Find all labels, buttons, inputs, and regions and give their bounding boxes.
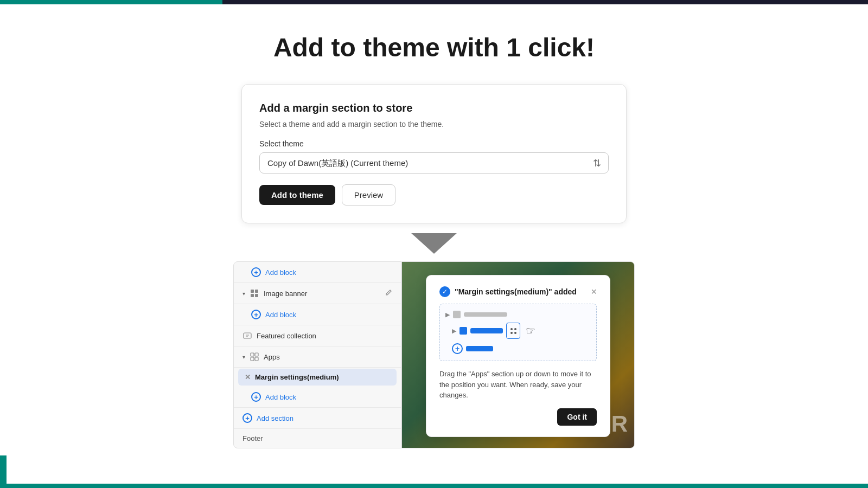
footer-item: Footer: [234, 429, 401, 448]
apps-item[interactable]: ▾ Apps: [234, 346, 401, 368]
preview-button[interactable]: Preview: [342, 184, 395, 206]
card-title: Add a margin section to store: [259, 102, 609, 114]
drag-dot: [510, 328, 513, 330]
add-block-3-label: Add block: [265, 393, 296, 401]
drag-handle-icon[interactable]: [506, 323, 520, 339]
grid-icon: [250, 288, 259, 298]
check-circle-icon: ✓: [439, 286, 450, 297]
svg-rect-0: [251, 290, 254, 293]
modal-title: "Margin settings(medium)" added: [455, 287, 577, 296]
apps-label: Apps: [264, 353, 280, 361]
bottom-section: + Add block ▾ Image banner + Add block F…: [0, 261, 868, 448]
button-row: Add to theme Preview: [259, 184, 609, 206]
plus-circle-icon-4: +: [242, 413, 252, 423]
image-banner-item[interactable]: ▾ Image banner: [234, 283, 401, 304]
featured-collection-label: Featured collection: [257, 332, 316, 340]
margin-settings-label: Margin settings(medium): [255, 373, 339, 381]
svg-rect-8: [255, 357, 258, 361]
svg-rect-1: [255, 290, 258, 293]
add-section-label: Add section: [257, 414, 293, 422]
svg-rect-6: [255, 353, 258, 356]
tree-blue-box: [459, 327, 467, 335]
select-label: Select theme: [259, 139, 609, 148]
arrow-down-container: [0, 233, 868, 254]
featured-collection-item[interactable]: Featured collection: [234, 325, 401, 346]
chevron-down-icon-apps: ▾: [242, 354, 245, 360]
plus-circle-icon: +: [251, 267, 261, 277]
margin-settings-active-wrapper: ✕ Margin settings(medium): [238, 369, 397, 386]
tree-row-2: ▶ ☞: [444, 320, 592, 341]
margin-settings-item[interactable]: ✕ Margin settings(medium): [238, 369, 397, 386]
tree-gray-bar-1: [464, 312, 507, 317]
svg-rect-5: [251, 353, 254, 356]
apps-icon: [250, 352, 259, 362]
theme-tree: ▶ ▶: [439, 304, 597, 361]
top-bar-right: [222, 0, 868, 4]
footer-label: Footer: [242, 434, 263, 442]
svg-rect-4: [244, 333, 251, 338]
theme-select[interactable]: Copy of Dawn(英語版) (Current theme): [259, 152, 609, 174]
svg-rect-7: [251, 357, 254, 361]
modal-header: ✓ "Margin settings(medium)" added ×: [439, 286, 597, 297]
bottom-bar-left: [0, 455, 7, 488]
chevron-right-icon: ▾: [242, 291, 245, 297]
drag-dot: [510, 332, 513, 334]
add-section-item[interactable]: + Add section: [234, 408, 401, 429]
add-block-3-item[interactable]: + Add block: [234, 387, 401, 408]
collection-icon: [242, 331, 252, 341]
tree-chevron-1: ▶: [445, 311, 450, 318]
tree-row-3: +: [444, 341, 592, 356]
add-to-theme-button[interactable]: Add to theme: [259, 185, 335, 205]
success-modal: ✓ "Margin settings(medium)" added × ▶ ▶: [426, 275, 610, 437]
store-preview: ✓ "Margin settings(medium)" added × ▶ ▶: [401, 261, 635, 448]
drag-dot: [514, 328, 516, 330]
x-icon: ✕: [245, 373, 251, 381]
plus-circle-icon-3: +: [251, 392, 261, 402]
drag-dot: [514, 332, 516, 334]
theme-select-wrapper: Copy of Dawn(英語版) (Current theme) ⇅: [259, 152, 609, 174]
tree-row-1: ▶: [444, 309, 592, 320]
close-icon[interactable]: ×: [591, 287, 597, 297]
tree-plus-icon: +: [452, 343, 463, 354]
top-bar-left: [0, 0, 222, 4]
tree-blue-bar-2: [466, 346, 493, 351]
svg-rect-3: [255, 294, 258, 297]
modal-description: Drag the "Apps" section up or down to mo…: [439, 369, 597, 401]
modal-title-row: ✓ "Margin settings(medium)" added: [439, 286, 577, 297]
theme-editor-sidebar: + Add block ▾ Image banner + Add block F…: [233, 261, 401, 448]
card-subtitle: Select a theme and add a margin section …: [259, 120, 609, 129]
tree-blue-bar: [470, 328, 503, 333]
add-block-2-label: Add block: [265, 311, 296, 319]
svg-rect-2: [251, 294, 254, 297]
drag-dot-row-2: [510, 332, 516, 334]
add-block-1-label: Add block: [265, 268, 296, 277]
modal-footer: Got it: [439, 408, 597, 426]
add-block-2-item[interactable]: + Add block: [234, 304, 401, 325]
edit-icon: [385, 289, 392, 298]
tree-gray-box: [453, 311, 461, 318]
add-block-1-item[interactable]: + Add block: [234, 262, 401, 283]
plus-circle-icon-2: +: [251, 310, 261, 319]
cursor-icon: ☞: [526, 324, 535, 337]
page-title: Add to theme with 1 click!: [0, 33, 868, 62]
bottom-bar-right: [0, 484, 868, 488]
arrow-down-icon: [411, 233, 457, 254]
tree-chevron-2: ▶: [452, 328, 456, 335]
add-section-card: Add a margin section to store Select a t…: [241, 84, 627, 223]
image-banner-label: Image banner: [264, 290, 307, 298]
drag-dot-row-1: [510, 328, 516, 330]
got-it-button[interactable]: Got it: [557, 408, 597, 426]
